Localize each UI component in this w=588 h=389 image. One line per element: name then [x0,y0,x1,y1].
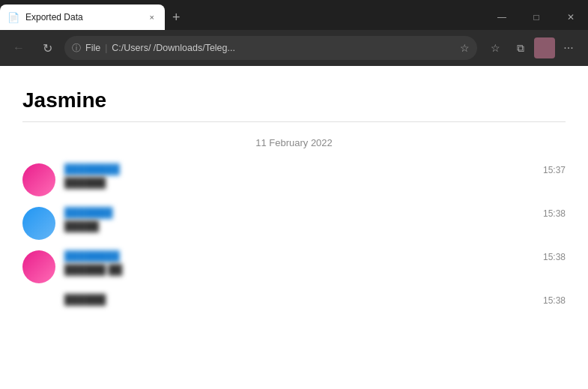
tab-page-icon: 📄 [7,12,19,23]
more-options-button[interactable]: ··· [557,36,581,60]
avatar [22,250,55,283]
message-sender: ████████ [64,163,534,175]
page-content: Jasmine 11 February 2022 ████████ ██████… [0,66,588,389]
message-time: 15:38 [543,207,566,219]
message-time: 15:38 [543,294,566,306]
avatar [22,163,55,196]
list-item: ████████ ██████ ██ 15:38 [22,250,566,283]
info-icon: ⓘ [72,42,81,55]
message-text: ██████ ██ [64,264,534,275]
address-bar-row: ← ↻ ⓘ File | C:/Users/ /Downloads/Teleg.… [0,30,588,66]
list-item: ███████ █████ 15:38 [22,207,566,240]
window-controls: — □ ✕ [485,4,588,30]
active-tab[interactable]: 📄 Exported Data × [0,4,165,30]
protocol-text: File [85,43,100,53]
message-body: ██████ [64,294,534,305]
message-sender: ████████ [64,250,534,262]
message-body: ████████ ██████ [64,163,534,188]
message-text: ██████ [64,294,534,305]
maximize-button[interactable]: □ [519,4,554,30]
list-item: ████████ ██████ 15:37 [22,163,566,196]
message-time: 15:38 [543,250,566,262]
profile-icon[interactable] [534,37,555,58]
favorites-icon[interactable]: ☆ [483,36,507,60]
new-tab-button[interactable]: + [165,10,188,25]
tab-title: Exported Data [25,12,141,22]
message-time: 15:37 [543,163,566,175]
message-text: ██████ [64,177,534,188]
close-button[interactable]: ✕ [554,4,588,30]
address-separator: | [105,43,107,53]
bookmark-star-icon[interactable]: ☆ [460,42,470,54]
minimize-button[interactable]: — [485,4,519,30]
toolbar-icons: ☆ ⧉ ··· [483,36,581,60]
address-path: C:/Users/ /Downloads/Teleg... [112,43,235,53]
address-bar[interactable]: ⓘ File | C:/Users/ /Downloads/Teleg... ☆ [64,36,477,60]
collections-icon[interactable]: ⧉ [509,36,533,60]
date-separator: 11 February 2022 [22,137,566,148]
tab-bar: 📄 Exported Data × + — □ ✕ [0,0,588,30]
list-item: ██████ 15:38 [22,294,566,306]
back-button[interactable]: ← [7,37,30,59]
message-body: ███████ █████ [64,207,534,232]
message-list: ████████ ██████ 15:37 ███████ █████ 15:3… [22,163,566,306]
message-text: █████ [64,220,534,232]
message-sender: ███████ [64,207,534,218]
browser-chrome: 📄 Exported Data × + — □ ✕ ← ↻ ⓘ File | C… [0,0,588,66]
avatar [22,207,55,240]
message-body: ████████ ██████ ██ [64,250,534,275]
chat-title: Jasmine [22,88,566,122]
refresh-button[interactable]: ↻ [36,37,58,59]
tab-close-button[interactable]: × [147,11,157,23]
